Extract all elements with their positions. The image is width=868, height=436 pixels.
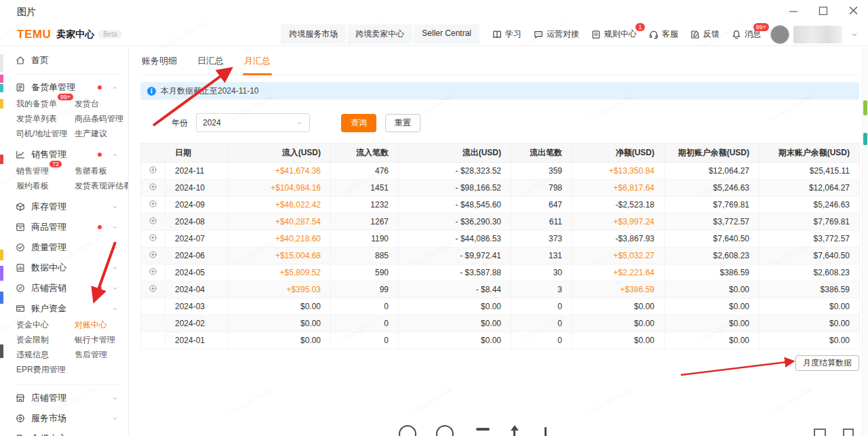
table-cell: +$395.03 xyxy=(228,281,331,298)
table-cell xyxy=(141,281,165,298)
sidebar-group-2[interactable]: 库存管理 xyxy=(15,197,119,216)
table-row: 2024-08+$40,287.541267- $36,290.30611+$3… xyxy=(141,214,860,231)
viewer-fullscreen-icon[interactable] xyxy=(843,429,854,436)
background-window-fragment xyxy=(0,99,3,108)
nav-cross-border-service-market[interactable]: 跨境服务市场 xyxy=(281,24,346,44)
reset-button[interactable]: 重置 xyxy=(385,114,420,132)
table-cell xyxy=(141,231,165,247)
table-cell: +$2,221.64 xyxy=(572,264,665,281)
expand-row-icon[interactable] xyxy=(149,267,157,276)
quick-link-0[interactable]: 学习 xyxy=(492,28,521,40)
temu-logo: TEMU xyxy=(17,28,51,41)
sidebar-item[interactable]: 我的备货单99+ xyxy=(16,97,75,111)
table-row: 2024-04+$395.0399- $8.443+$386.59$0.00$3… xyxy=(141,281,860,298)
window-title: 图片 xyxy=(17,6,36,18)
background-window-fragment xyxy=(0,84,3,92)
sidebar-item[interactable]: 商品条码管理 xyxy=(75,112,123,126)
tab-monthly-summary[interactable]: 月汇总 xyxy=(243,54,272,68)
sidebar-item-home[interactable]: 首页 xyxy=(15,51,119,70)
avatar[interactable] xyxy=(770,25,789,44)
close-button[interactable] xyxy=(848,5,859,16)
chevron-down-icon xyxy=(111,415,119,422)
quick-link-5[interactable]: 消息99+ xyxy=(731,28,761,40)
sidebar-item[interactable]: 售后管理 xyxy=(75,348,119,362)
sidebar-group-3[interactable]: 商品管理 xyxy=(15,218,119,237)
table-cell: - $8.44 xyxy=(399,281,511,298)
expand-row-icon[interactable] xyxy=(149,233,157,242)
minimize-button[interactable] xyxy=(789,6,798,16)
viewer-toolbar-icon[interactable] xyxy=(476,428,490,431)
chevron-down-icon xyxy=(296,119,303,127)
expand-row-icon[interactable] xyxy=(149,165,157,174)
sidebar-group-6[interactable]: 店铺营销 xyxy=(15,279,119,298)
sidebar-group-4[interactable]: 质量管理 xyxy=(15,238,119,257)
sidebar-item[interactable]: EPR费用管理 xyxy=(16,363,75,377)
nav-seller-central[interactable]: Seller Central xyxy=(414,24,479,44)
data-icon xyxy=(15,262,26,273)
col-net: 净额(USD) xyxy=(572,144,665,163)
chevron-down-icon[interactable] xyxy=(850,31,859,39)
sidebar-group-1[interactable]: 销售管理 xyxy=(15,145,119,164)
sidebar-group-10[interactable]: 合规中心 xyxy=(15,429,119,436)
table-cell: +$40,218.60 xyxy=(228,231,331,247)
sidebar-group-7[interactable]: 账户资金 xyxy=(15,299,119,318)
sidebar-item[interactable]: 履约看板 xyxy=(16,179,75,193)
sidebar-item[interactable]: 发货表现评估看板1 xyxy=(75,179,129,193)
table-cell: +$6,817.64 xyxy=(572,180,665,197)
sidebar-group-5[interactable]: 数据中心 xyxy=(15,258,119,277)
sidebar-item[interactable]: 发货单列表 xyxy=(16,112,75,126)
col-closing-balance: 期末账户余额(USD) xyxy=(760,144,860,163)
expand-row-icon[interactable] xyxy=(149,216,157,225)
expand-row-icon[interactable] xyxy=(149,182,157,191)
table-cell xyxy=(141,247,165,264)
quick-link-3[interactable]: 客服 xyxy=(648,28,678,40)
monthly-settlement-data-button[interactable]: 月度结算数据 xyxy=(795,355,859,371)
expand-row-icon[interactable] xyxy=(149,199,157,208)
nav-cross-border-seller-center[interactable]: 跨境卖家中心 xyxy=(347,24,412,44)
table-cell: +$104,984.16 xyxy=(228,180,331,197)
chevron-up-icon xyxy=(111,305,119,313)
sidebar-item[interactable]: 资金限制 xyxy=(16,333,75,347)
table-cell: 2024-04 xyxy=(165,281,228,298)
account-area[interactable] xyxy=(770,25,842,44)
table-cell: $0.00 xyxy=(228,315,331,332)
quick-link-2[interactable]: 规则中心1 xyxy=(591,28,637,40)
background-window-fragment xyxy=(0,250,3,260)
quick-link-1[interactable]: 运营对接 xyxy=(533,28,579,40)
maximize-button[interactable] xyxy=(818,6,828,16)
table-cell: $0.00 xyxy=(572,298,665,315)
notice-text: 本月数据截止至2024-11-10 xyxy=(161,85,259,97)
viewer-arrow-up-icon[interactable] xyxy=(513,427,515,436)
sales-icon xyxy=(15,149,26,160)
search-button[interactable]: 查询 xyxy=(341,114,376,132)
app-name: 卖家中心 xyxy=(56,28,94,41)
inventory-icon xyxy=(15,201,26,212)
viewer-print-icon[interactable] xyxy=(814,429,826,436)
expand-row-icon[interactable] xyxy=(149,250,157,259)
quick-link-4[interactable]: 反馈 xyxy=(690,28,719,40)
tab-account-detail[interactable]: 账务明细 xyxy=(140,54,178,68)
background-window-fragment xyxy=(0,266,3,281)
sidebar-group-8[interactable]: 店铺管理 xyxy=(15,389,119,408)
red-dot xyxy=(98,225,102,229)
notice-bar: i 本月数据截止至2024-11-10 xyxy=(140,82,859,100)
sidebar-item[interactable]: 售罄看板 xyxy=(75,164,129,178)
sidebar-item[interactable]: 资金中心 xyxy=(16,318,75,332)
sidebar-item[interactable]: 司机/地址管理 xyxy=(16,127,75,141)
table-cell: 2024-01 xyxy=(165,332,228,349)
tab-daily-summary[interactable]: 日汇总 xyxy=(196,54,225,68)
badge: 1 xyxy=(635,23,645,31)
sidebar-item[interactable]: 生产建议 xyxy=(75,127,123,141)
sidebar-group-9[interactable]: 服务市场 xyxy=(15,409,119,428)
table-cell: 590 xyxy=(331,264,399,281)
sidebar-item[interactable]: 银行卡管理 xyxy=(75,333,119,347)
sidebar-item[interactable]: 违规信息 xyxy=(16,348,75,362)
year-select[interactable]: 2024 xyxy=(196,113,310,132)
sidebar-item[interactable]: 发货台 xyxy=(75,97,123,111)
table-cell: 647 xyxy=(511,197,572,214)
sidebar-item[interactable]: 对账中心 xyxy=(75,318,119,332)
expand-row-icon[interactable] xyxy=(149,284,157,293)
table-cell: 30 xyxy=(511,264,572,281)
chevron-up-icon xyxy=(111,151,119,159)
sidebar-item[interactable]: 销售管理72 xyxy=(16,164,75,178)
